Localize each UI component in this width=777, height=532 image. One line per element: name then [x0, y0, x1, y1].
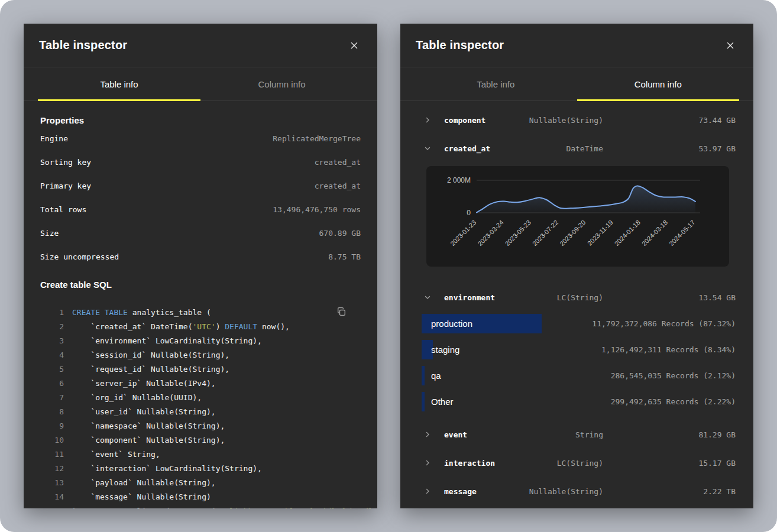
line-number: 15 — [40, 507, 72, 509]
column-size: 81.29 GB — [698, 430, 736, 439]
table-info-panel: Properties EngineReplicatedMergeTreeSort… — [24, 115, 377, 508]
sql-line-text: `created_at` DateTime('UTC') DEFAULT now… — [72, 322, 290, 331]
column-name: interaction — [444, 459, 557, 468]
sql-line: 2 `created_at` DateTime('UTC') DEFAULT n… — [40, 319, 361, 333]
column-size: 13.54 GB — [698, 293, 736, 302]
sql-line: 4 `session_id` Nullable(String), — [40, 348, 361, 362]
created-at-distribution-chart: 2 000M02023-01-232023-03-242023-05-23202… — [426, 166, 729, 267]
column-info-panel: componentNullable(String)73.44 GBcreated… — [400, 101, 753, 505]
sql-line-text: `component` Nullable(String), — [72, 436, 225, 445]
sql-line: 5 `request_id` Nullable(String), — [40, 362, 361, 376]
property-label: Size uncompressed — [40, 252, 119, 261]
property-label: Primary key — [40, 181, 91, 190]
column-row-environment[interactable]: environmentLC(String)13.54 GB — [418, 283, 736, 312]
modal-header: Table inspector — [24, 24, 377, 67]
sql-line: 9 `namespace` Nullable(String), — [40, 419, 361, 433]
property-value: 8.75 TB — [328, 252, 361, 261]
desktop-background: Table inspector Table infoColumn info Pr… — [0, 0, 777, 532]
chevron — [418, 431, 444, 438]
svg-text:2023-07-22: 2023-07-22 — [531, 219, 559, 247]
chevron-right-icon — [424, 488, 431, 495]
sql-line-text: `session_id` Nullable(String), — [72, 351, 229, 359]
close-icon — [726, 41, 734, 50]
value-row-other: Other299,492,635 Records (2.22%) — [422, 392, 736, 411]
column-row-interaction[interactable]: interactionLC(String)15.17 GB — [418, 449, 736, 477]
tab-table-info[interactable]: Table info — [38, 67, 200, 100]
property-row-primary-key: Primary keycreated_at — [40, 174, 361, 197]
value-label: staging — [431, 345, 459, 355]
line-number: 3 — [40, 336, 72, 345]
column-distribution-chart-card: 2 000M02023-01-232023-03-242023-05-23202… — [426, 166, 729, 267]
copy-sql-button[interactable] — [335, 305, 348, 318]
svg-text:2 000M: 2 000M — [447, 176, 471, 184]
line-number: 10 — [40, 436, 72, 445]
column-row-event[interactable]: eventString81.29 GB — [418, 420, 736, 449]
property-value: 13,496,476,750 rows — [273, 205, 361, 214]
properties-heading: Properties — [40, 115, 361, 126]
property-label: Engine — [40, 134, 68, 143]
sql-line: 7 `org_id` Nullable(UUID), — [40, 390, 361, 404]
line-number: 11 — [40, 450, 72, 459]
chevron-right-icon — [424, 116, 431, 124]
sql-line-text: `environment` LowCardinality(String), — [72, 336, 262, 345]
sql-line-text: `interaction` LowCardinality(String), — [72, 464, 262, 473]
modal-title: Table inspector — [416, 38, 504, 52]
tab-column-info[interactable]: Column info — [577, 67, 740, 100]
chevron — [418, 116, 444, 124]
tab-bar: Table infoColumn info — [400, 67, 753, 101]
svg-text:2023-05-23: 2023-05-23 — [504, 219, 532, 247]
close-icon — [350, 41, 358, 50]
line-number: 6 — [40, 379, 72, 388]
column-type: DateTime — [566, 144, 603, 153]
column-name: created_at — [444, 144, 566, 153]
column-row-component[interactable]: componentNullable(String)73.44 GB — [418, 106, 736, 134]
property-row-size: Size670.89 GB — [40, 221, 361, 245]
property-value: 670.89 GB — [319, 229, 361, 238]
column-row-message[interactable]: messageNullable(String)2.22 TB — [418, 477, 736, 505]
column-row-created-at[interactable]: created_atDateTime53.97 GB — [418, 134, 736, 163]
sql-line-text: `server_ip` Nullable(IPv4), — [72, 379, 216, 388]
value-label: production — [431, 319, 472, 329]
line-number: 4 — [40, 351, 72, 359]
properties-list: EngineReplicatedMergeTreeSorting keycrea… — [40, 126, 361, 268]
sql-line-text: `request_id` Nullable(String), — [72, 365, 229, 374]
column-type: LC(String) — [557, 459, 603, 468]
sql-line-text: `message` Nullable(String) — [72, 492, 211, 501]
line-number: 7 — [40, 393, 72, 402]
sql-line: 8 `user_id` Nullable(String), — [40, 404, 361, 419]
modal-title: Table inspector — [39, 38, 127, 52]
column-top-values: production11,792,372,086 Records (87.32%… — [422, 314, 736, 411]
tab-column-info[interactable]: Column info — [200, 67, 363, 100]
column-size: 73.44 GB — [698, 116, 736, 125]
sql-line: 11 `event` String, — [40, 447, 361, 461]
svg-text:0: 0 — [467, 209, 471, 217]
chevron-down-icon — [424, 294, 431, 301]
tab-table-info[interactable]: Table info — [415, 67, 577, 100]
column-size: 2.22 TB — [703, 487, 736, 496]
tab-label: Column info — [634, 79, 682, 89]
line-number: 8 — [40, 407, 72, 416]
table-inspector-modal-left: Table inspector Table infoColumn info Pr… — [24, 24, 377, 508]
chevron-right-icon — [424, 431, 431, 438]
sql-line: 15) ENGINE = ReplicatedMergeTree('/click… — [40, 504, 361, 508]
svg-text:2023-01-23: 2023-01-23 — [449, 219, 477, 247]
value-records: 11,792,372,086 Records (87.32%) — [592, 319, 736, 328]
column-name: component — [444, 116, 529, 125]
tab-bar: Table infoColumn info — [24, 67, 377, 101]
property-row-size-uncompressed: Size uncompressed8.75 TB — [40, 245, 361, 268]
modal-header: Table inspector — [400, 24, 753, 67]
chevron — [418, 294, 444, 301]
sql-line-text: `payload` Nullable(String), — [72, 478, 216, 487]
chevron-right-icon — [424, 459, 431, 466]
value-bar — [422, 366, 425, 385]
sql-line-text: `org_id` Nullable(UUID), — [72, 393, 202, 402]
copy-icon — [336, 307, 347, 317]
tab-label: Column info — [258, 79, 305, 89]
value-row-production: production11,792,372,086 Records (87.32%… — [422, 314, 736, 333]
column-size: 15.17 GB — [698, 459, 736, 468]
close-button[interactable] — [723, 38, 738, 53]
property-value: created_at — [315, 181, 361, 190]
sql-line: 14 `message` Nullable(String) — [40, 489, 361, 504]
column-type: String — [575, 430, 603, 439]
close-button[interactable] — [347, 38, 362, 53]
